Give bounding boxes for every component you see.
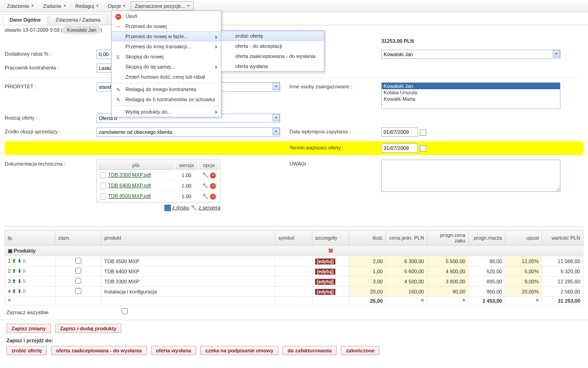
row-checkbox[interactable] — [75, 278, 81, 284]
submenu-oferta-akcept[interactable]: oferta - do akceptacji — [221, 41, 324, 51]
toolbar-zaznaczone[interactable]: Zaznaczone pozycje... — [130, 1, 193, 11]
delete-group-icon[interactable]: ✖ — [328, 247, 334, 254]
label-rodzaj: Rodzaj oferty : — [5, 114, 96, 123]
move-down-icon[interactable]: ⬇ — [17, 268, 22, 274]
list-item[interactable]: Kowalik Marta — [382, 96, 560, 102]
cell-ilosc: 1,00 — [349, 266, 386, 276]
zapisz-button[interactable]: Zapisz zmiany — [6, 324, 51, 333]
dropdown-icon[interactable] — [272, 114, 280, 121]
label-pracownik: Pracownik kontrahenta : — [5, 63, 96, 73]
list-item[interactable]: Kolska Urszula — [382, 89, 560, 96]
zapisz-dodaj-button[interactable]: Zapisz i dodaj produkty — [55, 324, 122, 333]
data-zapytania-input[interactable] — [381, 127, 418, 137]
col-opcje: opcje — [199, 161, 219, 170]
cell-ilosc: 2,00 — [349, 256, 386, 266]
move-down-icon[interactable]: ⬇ — [17, 258, 22, 264]
edit-button[interactable]: [edytuj] — [315, 259, 335, 264]
disk-icon[interactable] — [164, 205, 171, 211]
osoby-listbox[interactable]: Kowalski Jan Kolska Urszula Kowalik Mart… — [381, 82, 560, 109]
calendar-icon[interactable] — [420, 145, 426, 152]
calendar-icon[interactable] — [420, 129, 426, 136]
collapse-icon[interactable]: ▣ — [8, 248, 12, 253]
phase-button[interactable]: oferta wysłana — [151, 346, 196, 355]
doc-link[interactable]: TDB 8500 MXP.pdf — [108, 193, 151, 199]
phase-button[interactable]: zrobić ofertę — [6, 346, 47, 355]
termin-input[interactable] — [381, 144, 418, 153]
menu-redaguj-5[interactable]: ✎Redaguj do 5 kontrahentów ze schowka — [112, 94, 221, 104]
edit-button[interactable]: [edytuj] — [315, 269, 335, 275]
doc-row: TDB 3300 MXP.pdf1.00🔧 – — [98, 171, 219, 180]
edit-icon[interactable]: 🔧 — [202, 193, 209, 199]
row-checkbox[interactable] — [75, 288, 81, 294]
delete-icon[interactable]: – — [210, 183, 216, 189]
submenu-oferta-zaakcept[interactable]: oferta zaakceptowana - do wysłania — [221, 51, 324, 61]
move-up-icon[interactable]: ⬆ — [12, 268, 16, 274]
move-down-icon[interactable]: ⬇ — [17, 278, 22, 284]
file-icon — [101, 183, 106, 189]
phase-button[interactable]: oferta zaakceptowana - do wysłania — [51, 346, 147, 355]
toolbar-redaguj[interactable]: Redaguj — [71, 1, 103, 11]
edit-button[interactable]: [edytuj] — [315, 289, 335, 295]
doc-version: 1.00 — [175, 171, 198, 180]
dropdown-icon[interactable] — [272, 83, 280, 90]
toolbar-zadanie[interactable]: Zadanie — [39, 1, 70, 11]
menu-usun[interactable]: –Usuń — [112, 11, 221, 21]
move-up-icon[interactable]: ⬆ — [12, 288, 16, 294]
toolbar-opcje[interactable]: Opcje — [104, 1, 130, 11]
delete-icon[interactable]: – — [210, 172, 216, 178]
opened-user: Kowalski Jan — [63, 26, 101, 34]
dropdown-icon[interactable] — [272, 128, 280, 135]
menu-zmien-hurtowo[interactable]: Zmień hurtowo ilość, cenę lub rabat — [112, 72, 221, 82]
menu-przenies-faza[interactable]: Przenieś do nowej w fazie... zrobić ofer… — [112, 31, 221, 41]
phase-button[interactable]: do zafakturowania — [283, 346, 337, 355]
menu-skopiuj-tej[interactable]: Skopiuj do tej samej... — [112, 62, 221, 72]
edit-icon[interactable]: 🔧 — [202, 183, 209, 188]
tab-dane-ogolne[interactable]: Dane Ogólne — [3, 14, 48, 25]
tab-zdarzenia[interactable]: Zdarzenia / Zadania — [49, 14, 107, 25]
copy-icon[interactable]: ⎘ — [23, 278, 26, 284]
zrodlo-select[interactable] — [96, 127, 280, 137]
cell-cena: 6 300,00 — [386, 256, 427, 266]
toolbar-zdarzenie[interactable]: Zdarzenie — [3, 1, 38, 11]
table-row: 3 ⬆ ⬇ ⎘ TDB 3300 MXP [edytuj] 3,00 4 500… — [5, 276, 583, 287]
table-row: 1 ⬆ ⬇ ⎘ TDB 8500 MXP [edytuj] 2,00 6 300… — [5, 256, 583, 266]
select-all-checkbox[interactable] — [122, 308, 128, 314]
row-checkbox[interactable] — [75, 268, 81, 274]
move-down-icon[interactable]: ⬇ — [17, 288, 22, 294]
submenu-zrobic-oferte[interactable]: zrobić ofertę — [221, 31, 324, 41]
phase-button[interactable]: zakończone — [341, 346, 379, 355]
label-priorytet: PRIORYTET : — [5, 82, 96, 109]
doc-link[interactable]: TDB 6400 MXP.pdf — [108, 183, 151, 188]
col-upust: upust — [505, 230, 542, 246]
total-marza: 2 453,00 — [469, 297, 505, 305]
dropdown-icon[interactable] — [553, 50, 560, 58]
edit-icon: ✎ — [114, 96, 122, 104]
copy-icon[interactable]: ⎘ — [23, 288, 26, 294]
menu-skopiuj-nowa[interactable]: ⎘Skopiuj do nowej — [112, 52, 221, 62]
osoba-odp-select[interactable] — [381, 50, 560, 59]
move-up-icon[interactable]: ⬆ — [12, 278, 16, 284]
submenu-oferta-wyslana[interactable]: oferta wysłana — [221, 61, 324, 71]
phase-submenu: zrobić ofertę oferta - do akceptacji ofe… — [221, 30, 324, 72]
uwagi-textarea[interactable] — [381, 160, 560, 192]
copy-icon[interactable]: ⎘ — [23, 268, 26, 274]
arrow-right-icon — [215, 110, 217, 114]
edit-button[interactable]: [edytuj] — [315, 279, 335, 285]
delete-icon[interactable]: – — [210, 194, 216, 200]
menu-wydaj[interactable]: Wydaj produkty do... — [112, 107, 221, 117]
menu-przenies-trans[interactable]: Przenieś do innej transakcji... — [112, 41, 221, 52]
menu-przenies-nowa[interactable]: ✂Przenieś do nowej — [112, 21, 221, 31]
copy-icon[interactable]: ⎘ — [23, 258, 26, 264]
wrench-icon[interactable]: 🔧 — [191, 205, 197, 210]
doc-row: TDB 8500 MXP.pdf1.00🔧 – — [98, 192, 219, 201]
menu-redaguj-innego[interactable]: ✎Redaguj do innego kontrahenta — [112, 84, 221, 94]
edit-icon[interactable]: 🔧 — [202, 172, 209, 178]
phase-button[interactable]: czeka na podpisanie umowy — [200, 346, 278, 355]
product-name: TDB 8500 MXP — [102, 256, 276, 266]
doc-link[interactable]: TDB 3300 MXP.pdf — [108, 172, 151, 178]
upload-dysk[interactable]: z dysku — [172, 205, 189, 210]
list-item[interactable]: Kowalski Jan — [382, 83, 560, 89]
move-up-icon[interactable]: ⬆ — [12, 258, 16, 264]
upload-serwer[interactable]: z serwera — [198, 205, 220, 210]
row-checkbox[interactable] — [75, 258, 81, 264]
